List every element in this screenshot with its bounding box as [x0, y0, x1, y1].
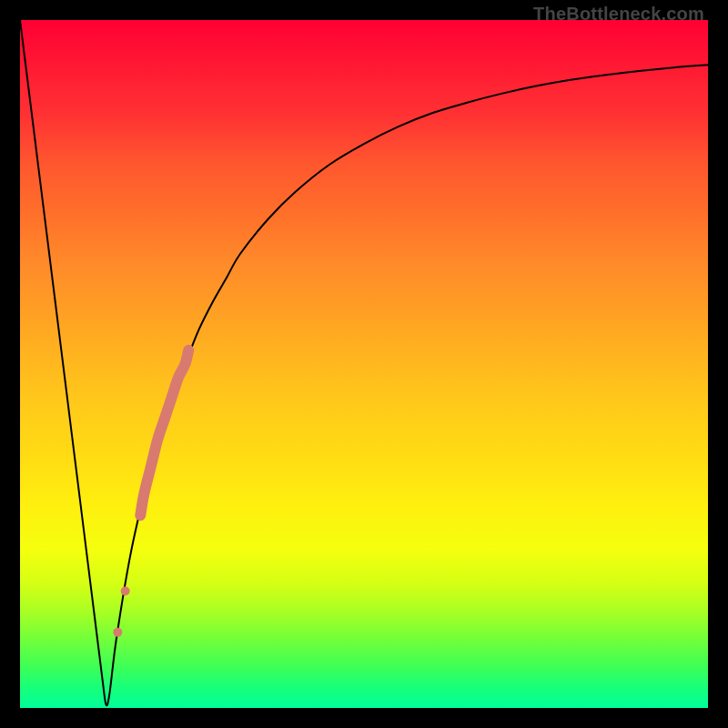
watermark-text: TheBottleneck.com: [533, 4, 704, 25]
highlight-dot-b: [121, 586, 130, 595]
highlight-dot-a: [113, 628, 122, 637]
plot-area: [20, 20, 708, 708]
chart-svg: [20, 20, 708, 708]
chart-frame: TheBottleneck.com: [0, 0, 728, 728]
bottleneck-curve: [20, 20, 708, 705]
highlight-segment: [140, 350, 188, 515]
